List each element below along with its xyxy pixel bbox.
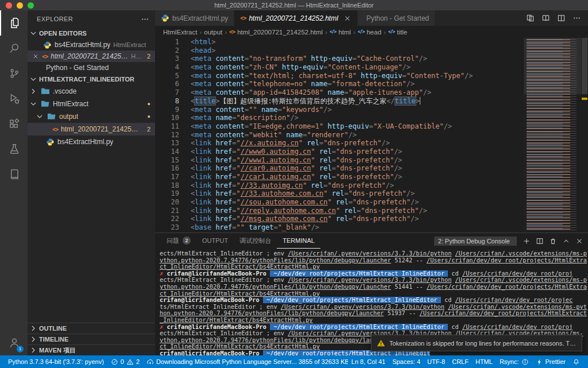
status-cursor-position[interactable]: Ln 8, Col 41 <box>348 355 389 368</box>
terminal-link[interactable]: /Users/crifan/.pyenv/versions/3.7.3/bin/… <box>288 250 451 257</box>
terminal-link[interactable]: /Users/crifan/dev/dev_root/proj <box>462 270 572 277</box>
open-editor-item-bs4extracthtml-py[interactable]: bs4ExtractHtml.pyHtmlExtract <box>28 39 155 51</box>
code-line-18[interactable]: 18<link href="//33.autoimg.cn" rel="dns-… <box>155 181 524 190</box>
close-editor-icon[interactable] <box>32 52 39 60</box>
workspace-folder-header[interactable]: HTMLEXTRACT_INLINEEDITOR <box>28 73 155 85</box>
terminal-link[interactable]: /Users/crifan/.vscode/extensions/ms-p <box>455 277 587 283</box>
maximize-panel-icon[interactable] <box>562 237 570 245</box>
breadcrumb-html-20200721-214252-html[interactable]: <>html_20200721_214252.html <box>229 29 323 36</box>
code-line-20[interactable]: 20<link href="//sou.autohome.com.cn" rel… <box>155 198 524 207</box>
terminal-link[interactable]: ct_InlineEditor/HtmlExtract/bs4ExtractHt… <box>160 290 320 297</box>
activity-extensions-icon[interactable] <box>0 111 28 137</box>
activity-accounts-icon[interactable]: 1 <box>0 330 28 355</box>
code-line-9[interactable]: 9<meta content="" name="keywords"/> <box>155 106 524 114</box>
tab-html-20200721-214252-html[interactable]: <>html_20200721_214252.html <box>234 10 358 26</box>
activity-run-and-debug-icon[interactable] <box>0 86 28 111</box>
activity-project-manager-icon[interactable] <box>0 162 28 187</box>
tree-item-vscode[interactable]: .vscode <box>28 85 155 98</box>
code-line-7[interactable]: 7<meta content="app-id=415842508" name="… <box>155 88 524 97</box>
code-line-17[interactable]: 17<link href="//car1.autoimg.cn" rel="dn… <box>155 173 524 181</box>
code-line-16[interactable]: 16<link href="//car0.autoimg.cn" rel="dn… <box>155 164 524 173</box>
sidebar-more-actions-icon[interactable] <box>141 15 149 24</box>
code-line-23[interactable]: 23<base href="" target="_blank"/> <box>155 223 524 232</box>
tree-item-output[interactable]: output● <box>28 110 155 123</box>
breadcrumb-head[interactable]: </>head <box>358 29 381 36</box>
code-line-5[interactable]: 5<meta content="text/html; charset=utf-8… <box>155 72 524 80</box>
panel-tab-[interactable]: 调试控制台 <box>234 233 277 249</box>
terminal-selector[interactable]: 2: Python Debug Console <box>434 237 517 246</box>
activity-search-icon[interactable] <box>0 36 28 61</box>
code-line-21[interactable]: 21<link href="//reply.autohome.com.cn" r… <box>155 207 524 215</box>
split-editor-icon[interactable] <box>557 14 566 22</box>
code-line-12[interactable]: 12<meta content="webkit" name="renderer"… <box>155 131 524 140</box>
activity-source-control-icon[interactable] <box>0 61 28 86</box>
open-preview-icon[interactable] <box>541 14 550 22</box>
code-line-19[interactable]: 19<link href="//33.autohome.com.cn" rel=… <box>155 189 524 198</box>
activity-explorer-icon[interactable] <box>0 10 28 36</box>
tree-item-html-20200721-214252-html[interactable]: <>html_20200721_214252.html2 <box>28 123 155 135</box>
split-terminal-icon[interactable] <box>536 237 544 245</box>
terminal-link[interactable]: /Users/crifan/dev/dev_root/projec <box>455 297 573 303</box>
kill-terminal-icon[interactable] <box>549 237 557 245</box>
tab-bs4extracthtml-py[interactable]: bs4ExtractHtml.py <box>155 10 234 26</box>
terminal-link[interactable]: /Users/crifan/dev/dev_root/projects/Html… <box>427 257 587 264</box>
status-encoding[interactable]: UTF-8 <box>424 355 448 368</box>
terminal-link[interactable]: ython.python-2020.7.94776/pythonFiles/li… <box>160 284 391 290</box>
open-changes-icon[interactable] <box>526 14 535 22</box>
terminal-link[interactable]: /Users/crifan/dev/dev_root/projects/Html… <box>420 310 587 316</box>
terminal-link[interactable]: ython.python-2020.7.94776/pythonFiles/li… <box>160 257 391 264</box>
status-python-interpreter[interactable]: Python 3.7.3 64-bit ('3.7.3': pyenv) <box>5 355 107 368</box>
activity-test-icon[interactable] <box>0 137 28 162</box>
open-editor-item-python-get-started[interactable]: Python - Get Started <box>28 62 155 73</box>
status-indentation[interactable]: Spaces: 4 <box>389 355 424 368</box>
close-tab-icon[interactable] <box>343 14 351 22</box>
terminal-link[interactable]: /Users/crifan/.pyenv/versions/3.7.3/bin/… <box>288 277 451 283</box>
tab-python-get-started[interactable]: Python - Get Started <box>358 10 435 26</box>
section-timeline[interactable]: TIMELINE <box>28 334 155 344</box>
section-outline[interactable]: OUTLINE <box>28 323 155 334</box>
terminal-link[interactable]: _InlineEditor/HtmlExtract/bs4ExtractHtml… <box>160 317 313 323</box>
terminal-link[interactable]: ython.python-2020.7.94776/pythonFiles/li… <box>160 337 373 343</box>
code-line-13[interactable]: 13<link href="//x.autoimg.cn" rel="dns-p… <box>155 139 524 148</box>
terminal-link[interactable]: ct_InlineEditor/HtmlExtract/bs4ExtractHt… <box>160 343 320 350</box>
notification-toast[interactable]: Tokenization is skipped for long lines f… <box>371 335 582 351</box>
terminal-link[interactable]: /Users/crifan/.vscode/extensions/ms-pyt <box>448 304 587 310</box>
status-notifications[interactable] <box>569 355 583 368</box>
section-maven[interactable]: MAVEN 项目 <box>28 344 155 355</box>
panel-tab-terminal[interactable]: TERMINAL <box>277 233 320 249</box>
terminal-link[interactable]: /Users/crifan/.vscode/extensions/ms-p <box>455 250 587 257</box>
breadcrumb-html[interactable]: </>html <box>330 29 351 36</box>
minimap-slider[interactable] <box>524 38 581 94</box>
terminal-link[interactable]: /Users/crifan/dev/dev_root/projects/Html… <box>427 284 587 290</box>
status-prettier[interactable]: Prettier <box>532 355 569 368</box>
code-line-3[interactable]: 3<meta content="no-transform" http-equiv… <box>155 55 524 63</box>
breadcrumb-output[interactable]: output <box>204 29 222 36</box>
code-line-6[interactable]: 6<meta content="telephone=no" name="form… <box>155 80 524 88</box>
status-rsync-status[interactable]: Rsync: <box>496 355 532 368</box>
minimap[interactable] <box>524 38 588 233</box>
status-language-mode[interactable]: HTML <box>472 355 496 368</box>
open-editors-header[interactable]: OPEN EDITORS <box>28 28 155 39</box>
code-line-15[interactable]: 15<link href="//www1.autoimg.cn" rel="dn… <box>155 156 524 165</box>
code-line-10[interactable]: 10<meta name="description"/> <box>155 114 524 122</box>
terminal-link[interactable]: /Users/crifan/dev/dev_root/proj <box>462 324 572 330</box>
code-line-1[interactable]: 1<html> <box>155 38 524 47</box>
tree-item-bs4extracthtml-py[interactable]: bs4ExtractHtml.py <box>28 135 155 148</box>
code-line-22[interactable]: 22<link href="//msg.autohome.com.cn" rel… <box>155 215 524 223</box>
panel-tab-output[interactable]: OUTPUT <box>196 233 234 249</box>
status-eol[interactable]: CRLF <box>448 355 472 368</box>
code-line-11[interactable]: 11<meta content="IE=edge,chrome=1" http-… <box>155 122 524 131</box>
editor-scrollbar[interactable] <box>582 38 587 94</box>
close-panel-icon[interactable] <box>575 237 583 245</box>
open-editor-item-html-20200721-214252-html[interactable]: <>html_20200721_214252.htmlHt...2 <box>28 51 155 62</box>
terminal-link[interactable]: ct_InlineEditor/HtmlExtract/bs4ExtractHt… <box>160 264 320 270</box>
zoom-window-button[interactable] <box>28 2 34 9</box>
code-line-4[interactable]: 4<meta content="zh-CN" http-equiv="Conte… <box>155 63 524 72</box>
minimize-window-button[interactable] <box>17 2 23 9</box>
tree-item-htmlextract[interactable]: HtmlExtract● <box>28 98 155 110</box>
panel-tab-[interactable]: 问题2 <box>161 233 196 249</box>
add-terminal-icon[interactable] <box>523 237 531 245</box>
code-editor[interactable]: 1<html>2<head>3<meta content="no-transfo… <box>155 38 524 233</box>
more-actions-icon[interactable] <box>572 14 581 22</box>
terminal-link[interactable]: hon.python-2020.7.94776/pythonFiles/lib/… <box>160 310 384 316</box>
